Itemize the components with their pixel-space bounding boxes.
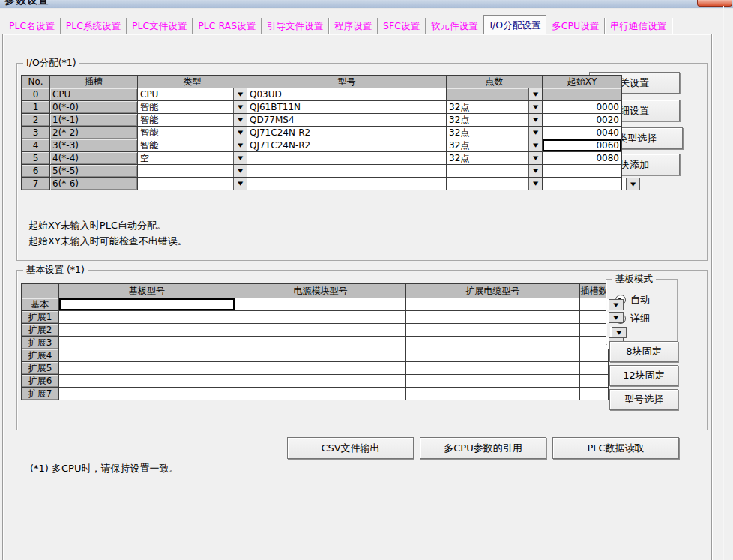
type-dropdown[interactable]: 空 [138,152,247,165]
power-model-cell[interactable] [235,311,406,324]
tab-sfc[interactable]: SFC设置 [378,18,426,34]
model-cell[interactable] [247,152,447,165]
base-model-cell[interactable] [59,375,235,388]
startxy-cell[interactable] [543,178,622,190]
chevron-down-icon[interactable] [233,178,247,190]
chevron-down-icon[interactable] [528,152,542,164]
close-button[interactable] [697,0,732,7]
model-cell[interactable] [247,165,447,178]
power-model-cell[interactable] [235,388,406,400]
chevron-down-icon[interactable] [233,152,247,164]
model-cell[interactable]: QD77MS4 [247,114,447,127]
slot-count-cell[interactable] [580,298,609,311]
chevron-down-icon[interactable] [233,88,247,100]
points-dropdown[interactable]: 32点 [447,139,543,152]
csv-export-button[interactable]: CSV文件输出 [287,437,414,459]
type-dropdown[interactable]: 智能 [138,127,247,139]
cable-model-cell[interactable] [406,388,580,400]
base-model-cell[interactable] [59,362,235,375]
chevron-down-icon[interactable] [528,114,542,126]
power-model-cell[interactable] [235,337,406,349]
startxy-cell-selected[interactable]: 0060 [543,139,622,152]
chevron-down-icon[interactable] [233,114,247,126]
power-model-cell[interactable] [235,298,406,311]
cable-model-cell[interactable] [406,349,580,362]
type-dropdown[interactable]: 智能 [138,114,247,127]
base-model-cell[interactable] [59,337,235,349]
plc-data-read-button[interactable]: PLC数据读取 [552,437,679,459]
tab-plc-file[interactable]: PLC文件设置 [127,18,193,34]
base-model-cell[interactable] [59,298,235,311]
chevron-down-icon[interactable] [528,165,542,177]
tab-serial-comm[interactable]: 串行通信设置 [605,18,672,34]
cable-model-cell[interactable] [406,362,580,375]
base-model-cell[interactable] [59,388,235,400]
model-cell[interactable]: QJ71C24N-R2 [247,139,447,152]
tab-boot-file[interactable]: 引导文件设置 [262,18,329,34]
chevron-down-icon[interactable] [626,178,639,190]
cable-model-cell[interactable] [406,324,580,337]
tab-io-assignment[interactable]: I/O分配设置 [483,15,546,34]
base-model-cell[interactable] [59,349,235,362]
power-model-cell[interactable] [235,349,406,362]
multi-cpu-param-import-button[interactable]: 多CPU参数的引用 [420,437,546,459]
tab-multi-cpu[interactable]: 多CPU设置 [546,18,605,34]
base-model-cell[interactable] [59,324,235,337]
tab-plc-ras[interactable]: PLC RAS设置 [193,18,262,34]
chevron-down-icon[interactable] [528,178,542,190]
power-model-cell[interactable] [235,362,406,375]
model-cell[interactable]: QJ61BT11N [247,101,447,114]
startxy-cell[interactable]: 0080 [543,152,622,165]
slot-count-dropdown[interactable] [609,312,624,323]
cable-model-cell[interactable] [406,311,580,324]
slot-count-cell[interactable] [580,311,609,324]
chevron-down-icon[interactable] [233,101,247,113]
startxy-cell[interactable] [543,165,622,178]
tab-plc-name[interactable]: PLC名设置 [4,18,61,34]
chevron-down-icon[interactable] [528,139,542,151]
slot-count-cell[interactable] [580,375,609,388]
points-dropdown[interactable]: 32点 [447,152,543,165]
type-dropdown[interactable]: CPU [138,88,247,101]
base-model-cell[interactable] [59,311,235,324]
chevron-down-icon[interactable] [528,101,542,113]
chevron-down-icon[interactable] [233,127,247,139]
slot-count-cell[interactable] [580,362,609,375]
startxy-cell[interactable]: 0040 [543,127,622,139]
model-cell[interactable]: Q03UD [247,88,447,101]
slot-count-cell[interactable] [580,349,609,362]
chevron-down-icon[interactable] [233,139,247,151]
model-cell[interactable]: QJ71C24N-R2 [247,127,447,139]
power-model-cell[interactable] [235,324,406,337]
type-dropdown[interactable] [138,178,247,190]
startxy-cell[interactable]: 0000 [543,101,622,114]
points-dropdown[interactable]: 32点 [447,127,543,139]
chevron-down-icon[interactable] [528,127,542,139]
slot-count-dropdown[interactable] [609,299,624,310]
power-model-cell[interactable] [235,375,406,388]
model-cell[interactable] [247,178,447,190]
slot-count-cell[interactable] [580,388,609,400]
startxy-cell[interactable]: 0020 [543,114,622,127]
type-dropdown[interactable]: 智能 [138,101,247,114]
chevron-down-icon[interactable] [528,88,542,100]
cable-model-cell[interactable] [406,298,580,311]
type-dropdown[interactable]: 智能 [138,139,247,152]
slot-count-cell[interactable] [580,337,609,349]
base-model-input[interactable] [59,298,235,310]
points-dropdown[interactable] [447,88,543,101]
cable-model-cell[interactable] [406,375,580,388]
slot-count-cell[interactable] [580,324,609,337]
model-select-button[interactable]: 型号选择 [609,389,678,410]
fix-12-slots-button[interactable]: 12块固定 [609,365,678,386]
points-dropdown[interactable] [447,178,543,190]
points-dropdown[interactable]: 32点 [447,114,543,127]
cable-model-cell[interactable] [406,337,580,349]
points-dropdown[interactable]: 32点 [447,101,543,114]
fix-8-slots-button[interactable]: 8块固定 [609,341,678,362]
tab-plc-system[interactable]: PLC系统设置 [61,18,127,34]
tab-program[interactable]: 程序设置 [329,18,378,34]
type-dropdown[interactable] [138,165,247,178]
points-dropdown[interactable] [447,165,543,178]
slot-count-dropdown[interactable] [612,327,627,338]
